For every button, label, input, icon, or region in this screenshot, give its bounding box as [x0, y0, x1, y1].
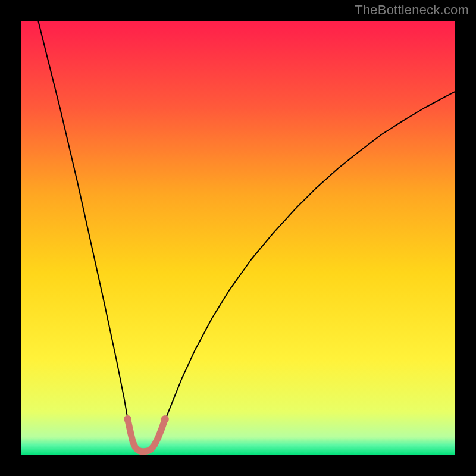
svg-point-1	[161, 415, 169, 423]
svg-point-0	[124, 415, 131, 423]
bottleneck-plot	[21, 21, 455, 455]
watermark-text: TheBottleneck.com	[355, 2, 469, 18]
chart-frame: TheBottleneck.com	[0, 0, 476, 476]
plot-background	[21, 21, 455, 455]
